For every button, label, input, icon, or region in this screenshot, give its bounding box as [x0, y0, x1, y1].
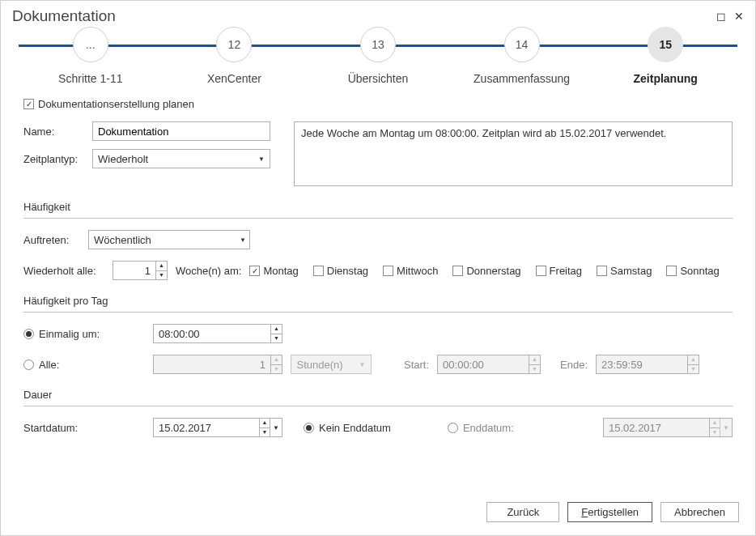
type-select[interactable]: Wiederholt ▼	[92, 149, 270, 168]
checkbox[interactable]	[536, 266, 546, 276]
step-label: XenCenter	[207, 72, 261, 85]
step-label: Zeitplanung	[634, 72, 698, 85]
step-13[interactable]: 13 Übersichten	[306, 27, 450, 85]
step-circle: 13	[360, 27, 396, 62]
checkbox[interactable]	[666, 266, 677, 276]
chevron-down-icon[interactable]: ▼	[270, 424, 282, 432]
page-title: Dokumentation	[12, 7, 116, 25]
repeat-value: 1	[113, 265, 155, 277]
maximize-icon[interactable]: ◻	[716, 10, 726, 23]
einmalig-radio[interactable]	[23, 329, 34, 339]
day-donnerstag[interactable]: Donnerstag	[452, 265, 520, 277]
frequency-heading: Häufigkeit	[23, 201, 733, 219]
ende-label: Ende:	[560, 359, 588, 371]
spinner-up-icon[interactable]: ▲	[271, 325, 282, 334]
start-time-spinner: 00:00:00 ▲▼	[437, 355, 541, 374]
footer-buttons: Zurück Fertigstellen Abbrechen	[486, 502, 739, 522]
alle-unit-value: Stunde(n)	[296, 359, 342, 371]
schedule-description: Jede Woche am Montag um 08:00:00. Zeitpl…	[294, 121, 733, 186]
einmalig-time-value: 08:00:00	[154, 328, 270, 340]
alle-value: 1	[154, 359, 270, 371]
chevron-down-icon: ▼	[720, 424, 732, 432]
window-controls: ◻ ✕	[716, 10, 744, 23]
dialog-window: Dokumentation ◻ ✕ ... Schritte 1-11 12 X…	[0, 0, 756, 536]
ende-time-spinner: 23:59:59 ▲▼	[596, 355, 699, 374]
stepper: ... Schritte 1-11 12 XenCenter 13 Übersi…	[19, 27, 737, 91]
type-label: Zeitplantyp:	[23, 153, 92, 165]
step-12[interactable]: 12 XenCenter	[163, 27, 307, 85]
repeat-label: Wiederholt alle:	[23, 265, 104, 277]
spinner-down-icon: ▼	[529, 365, 540, 374]
einmalig-label: Einmalig um:	[39, 328, 100, 340]
spinner-down-icon[interactable]: ▼	[156, 271, 167, 280]
name-label: Name:	[23, 125, 92, 138]
plan-checkbox-label: Dokumentationserstellung planen	[38, 98, 194, 110]
perday-heading: Häufigkeit pro Tag	[23, 295, 733, 313]
spinner-down-icon: ▼	[271, 365, 282, 374]
alle-radio[interactable]	[23, 359, 34, 370]
start-label: Start:	[404, 359, 429, 371]
weeks-on-label: Woche(n) am:	[176, 265, 241, 277]
abbrechen-button[interactable]: Abbrechen	[660, 502, 739, 522]
plan-checkbox[interactable]	[23, 99, 34, 109]
startdatum-value: 15.02.2017	[154, 422, 259, 434]
auftreten-label: Auftreten:	[23, 234, 80, 246]
day-freitag[interactable]: Freitag	[536, 265, 582, 277]
step-15[interactable]: 15 Zeitplanung	[593, 27, 737, 85]
close-icon[interactable]: ✕	[734, 10, 744, 23]
dauer-heading: Dauer	[23, 389, 733, 406]
step-label: Übersichten	[348, 72, 409, 85]
spinner-up-icon[interactable]: ▲	[156, 262, 167, 271]
spinner-up-icon: ▲	[688, 355, 699, 365]
auftreten-select[interactable]: Wöchentlich ▼	[88, 230, 250, 249]
einmalig-time-spinner[interactable]: 08:00:00 ▲▼	[153, 324, 282, 343]
plan-checkbox-row: Dokumentationserstellung planen	[23, 98, 733, 110]
enddatum-label: Enddatum:	[463, 422, 514, 434]
checkbox[interactable]	[249, 266, 260, 276]
alle-label: Alle:	[39, 359, 59, 371]
step-circle: 14	[504, 27, 540, 62]
spinner-up-icon: ▲	[271, 355, 282, 365]
step-circle: 12	[216, 27, 252, 62]
step-label: Zusammenfassung	[474, 72, 570, 85]
spinner-up-icon: ▲	[529, 355, 540, 365]
enddatum-radio[interactable]	[448, 423, 458, 433]
step-circle: 15	[648, 27, 683, 62]
step-label: Schritte 1-11	[58, 72, 122, 85]
checkbox[interactable]	[383, 266, 393, 276]
step-14[interactable]: 14 Zusammenfassung	[450, 27, 594, 85]
chevron-down-icon: ▼	[258, 155, 265, 163]
spinner-down-icon: ▼	[710, 428, 720, 437]
checkbox[interactable]	[597, 266, 607, 276]
spinner-up-icon[interactable]: ▲	[260, 419, 270, 428]
alle-unit-select: Stunde(n) ▼	[291, 355, 372, 374]
repeat-spinner[interactable]: 1 ▲▼	[113, 261, 168, 280]
auftreten-value: Wöchentlich	[94, 234, 151, 246]
step-1-11[interactable]: ... Schritte 1-11	[19, 27, 163, 85]
days-group: Montag Dienstag Mittwoch Donnerstag Frei…	[249, 265, 719, 277]
checkbox[interactable]	[452, 266, 463, 276]
day-montag[interactable]: Montag	[249, 265, 298, 277]
titlebar: Dokumentation ◻ ✕	[1, 1, 755, 27]
ende-time-value: 23:59:59	[597, 359, 687, 371]
startdatum-label: Startdatum:	[23, 422, 145, 434]
name-input[interactable]	[92, 121, 270, 141]
kein-enddatum-radio[interactable]	[304, 423, 314, 433]
alle-count-spinner: 1 ▲▼	[153, 355, 282, 374]
spinner-up-icon: ▲	[710, 419, 720, 428]
day-mittwoch[interactable]: Mittwoch	[383, 265, 438, 277]
spinner-down-icon: ▼	[688, 365, 699, 374]
spinner-down-icon[interactable]: ▼	[271, 334, 282, 343]
day-dienstag[interactable]: Dienstag	[313, 265, 368, 277]
startdatum-picker[interactable]: 15.02.2017 ▲▼ ▼	[153, 418, 282, 437]
chevron-down-icon: ▼	[240, 236, 246, 244]
day-sonntag[interactable]: Sonntag	[666, 265, 719, 277]
enddatum-value: 15.02.2017	[604, 422, 709, 434]
spinner-down-icon[interactable]: ▼	[260, 428, 270, 437]
fertigstellen-button[interactable]: Fertigstellen	[567, 502, 652, 522]
enddatum-picker: 15.02.2017 ▲▼ ▼	[603, 418, 733, 437]
checkbox[interactable]	[313, 266, 324, 276]
day-samstag[interactable]: Samstag	[597, 265, 652, 277]
zurueck-button[interactable]: Zurück	[486, 502, 559, 522]
chevron-down-icon: ▼	[359, 361, 366, 368]
